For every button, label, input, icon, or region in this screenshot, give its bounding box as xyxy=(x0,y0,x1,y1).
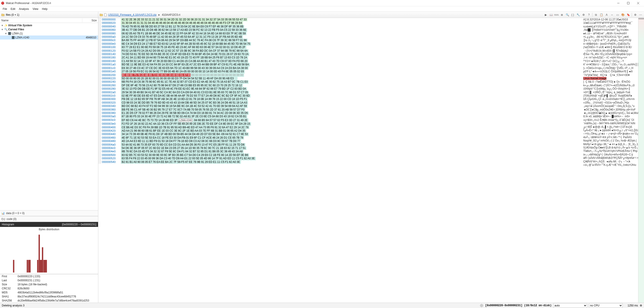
hex-row[interactable]: 000000120:F0 02 1A 5B F3 2A 28 A2 D0 09 … xyxy=(98,49,582,53)
menu-edit[interactable]: Edit xyxy=(9,7,17,11)
tool-search-icon[interactable]: 🔍 xyxy=(565,12,570,17)
crumb-zip[interactable]: USG310_Firmware_4.10(AAPJ.2)C0.zip xyxy=(108,13,156,16)
code-panel-header[interactable]: f(x) code (0) xyxy=(0,216,98,222)
hex-bytes[interactable]: BB FE 96 C1 AF 5B 40 30 B2 95 79 17 E7 7… xyxy=(121,108,246,111)
ascii-row[interactable]: ;Aw█▌║Ï%6bt!!Y‡úì#V¤é!!'ˆ§╗\Yx36n xyxy=(582,28,638,32)
hex-bytes[interactable]: 2A 1C 58 C9 C9 33 76 49 BF 11 42 00 4A 2… xyxy=(121,35,243,39)
ascii-row[interactable]: A2.6.32!!2014-12-06 11:27:35♠USG3 xyxy=(582,18,638,21)
hex-bytes[interactable]: 31 30 04 45 31 31 31 04 46 46 46 46 04 4… xyxy=(121,21,243,25)
hex-row[interactable]: 000000180:C1 A9 59 32 14 21 1D 8F 47 39 … xyxy=(98,60,582,63)
hex-row[interactable]: 0000001a0:BD 5E 11 9E BE E3 42 64 FA 55 … xyxy=(98,63,582,66)
carve-chip[interactable]: LZMA.#240 xyxy=(178,118,193,122)
ascii-row[interactable]: n~4ð$kÞ]cb←þooD+PeER┐i║àE0}úTu xyxy=(582,42,638,46)
ascii-row[interactable]: Móñý┴●×¢·göµ~3ß¸⸣◄·¤×▲özβ¸A… ¦E_3{┐1YÅ {… xyxy=(582,143,638,146)
ascii-row[interactable]: ×L╔╔3v┐ ↓B0 K(?ESJO‡1L''![(×ˆ¿♦kK xyxy=(582,35,638,39)
hex-selection[interactable]: 4C 69 6E 75 78 20 4B 65 72 6E 65 6C 20 4… xyxy=(122,73,191,77)
file-tree[interactable]: ▾ ✨ Virtual File System ▾ 🔍 Carved Files… xyxy=(0,23,98,210)
status-gear-icon[interactable]: ⚙ xyxy=(640,304,642,307)
chevron-down-icon[interactable]: ▾ xyxy=(1,28,4,31)
hex-bytes[interactable]: 02 8E FF 80 DE E6 8D 47 E5 DA 8C 0B 44 9… xyxy=(121,94,250,98)
hex-row[interactable]: 000000540:B2 81 B1 A0 90 06 05 E7 76 EA … xyxy=(98,160,582,164)
ascii-row[interactable]: )T09¡IAN@´×xjÉ┢R▌ @ú¡Ö¯Àoá|fDWÂ♦ xyxy=(582,94,638,98)
ascii-row[interactable]: ] Ç 8& 0 ○?æÊähDTTÒ[◄ Ü» ¸ˡÉ%ÖG xyxy=(582,80,638,84)
tool-book-icon[interactable]: 📖 xyxy=(549,12,554,17)
ascii-row[interactable]: →[½×(*ðoB┼b¸W∞ìE8·╡▌ ¶7¤å&|éjJ xyxy=(582,49,638,53)
hex-row[interactable]: 000000160:2C A1 3A 11 BD 69 19 A4 60 73 … xyxy=(98,56,582,59)
hex-bytes[interactable]: AD AA 21 96 66 60 0B 61 BF EE 1E 03 CC 3… xyxy=(121,129,246,133)
hex-row[interactable]: 0000003e0:F2 FD 1F 26 16 92 22 AC 4A 1D … xyxy=(98,122,582,126)
hex-bytes[interactable]: C1 A9 59 32 14 21 1D 8F 47 39 20 B3 B0 C… xyxy=(121,60,248,63)
ascii-row[interactable]: «ç×$3#┐#∞2 Ê◔$N #róár^0¿.0ˆãÉÇb╡¨Üï xyxy=(582,118,638,122)
hex-bytes[interactable]: FB DE 12 19 B2 65 5F FB 76 6F AB 34 2E 4… xyxy=(121,98,248,101)
hex-row[interactable]: 000000000:41 32 2E 36 2E 33 32 21 21 32 … xyxy=(98,18,582,21)
ascii-row[interactable]: ˡ⁰Y2×!◄ÅG9 |⸣-Jô×*═Cˡ GC}╔¸↓·ˡf xyxy=(582,60,638,63)
tree-vfs[interactable]: ▾ ✨ Virtual File System xyxy=(0,23,98,27)
hex-bytes[interactable]: 29 54 30 39 49 B0 34 A1 B7 40 5C CA 9C 6… xyxy=(121,91,249,94)
hex-bytes[interactable]: 27 05 19 56 F9 EC 01 06 54 82 77 B9 00 4… xyxy=(121,70,245,73)
hex-row[interactable]: 000000080:06 82 05 A0 7B F1 1B 86 46 DE … xyxy=(98,32,582,35)
hex-bytes[interactable]: F0 02 1A 5B F3 2A 28 A2 D0 09 42 12 62 2… xyxy=(121,49,248,53)
chevron-down-icon[interactable]: ▾ xyxy=(4,32,7,35)
ascii-row[interactable]: TÌá6o•┐↓7˪╖ño*Í5cùh½ÿh>Vf%¤EÂ!b»ˡ┤₮hp xyxy=(582,150,638,153)
hex-bytes[interactable]: 87 1B 80 F5 33 24 30 4E FF 23 72 A2 8B 7… xyxy=(121,115,247,118)
ascii-row[interactable]: ┌wγ×★/¡ÁxvmÕCá±opáÉ''¨~0¤ì¿$¸ÍLQ╕⸣u xyxy=(582,105,638,108)
col-name[interactable]: Name xyxy=(0,18,82,22)
tool-bookmark-icon[interactable]: 🔖 xyxy=(626,12,631,17)
tool-select-icon[interactable]: ▭ xyxy=(615,12,620,17)
data-panel-header[interactable]: 📊 data (0 + 0 + 0) xyxy=(0,210,98,216)
ascii-row[interactable]: ◄┐ûí»[@0O◉DQ▲◄|óðÁz×yUÇ┐·Îxü ♠LWuÞ xyxy=(582,111,638,115)
ascii-row[interactable]: NoqA¥_SÜ╔┘m%Ó0┌┤1¨Óo┐¾n$~ÆDýé.{ xyxy=(582,139,638,143)
ascii-row[interactable]: áR~¦sÁ4V-ìÀlhã|Ð4ñ杀D?₮ÇÑÂ*╔×9ÿnK♦ˡ÷ˡ-×ˡ~… xyxy=(582,156,638,160)
hex-bytes[interactable]: BD 5E 11 9E BE E3 42 64 FA 55 1A 33 CC 8… xyxy=(121,63,250,66)
hex-row[interactable]: 0000000a0:2A 1C 58 C9 C9 33 76 49 BF 11 … xyxy=(98,35,582,39)
ascii-row[interactable]: ¦˪·×ÒéG«3+ojs┐r♫%ÕN§[↑'║VÊL~P',♫¸H xyxy=(582,66,638,70)
hex-row[interactable]: 000000520:63 55 F4 F8 22 03 45 00 99 38 … xyxy=(98,157,582,160)
hex-row[interactable]: 000000440:34 14 73 39 49 0B 4E F8 81 D0 … xyxy=(98,133,582,136)
ascii-row[interactable]: ¨mãñN╕}s}→9ëY?ê%·öäfÁÙWWE§Oé⸣AIN xyxy=(582,122,638,125)
hex-view[interactable]: 000000000:41 32 2E 36 2E 33 32 21 21 32 … xyxy=(98,18,582,303)
ascii-row[interactable]: v¡xàæk[¡à'Y‡Í‡x3T┐n║P└ ¸ˆF8Ìo56ï xyxy=(582,25,638,28)
minimap-viewport[interactable] xyxy=(638,18,644,19)
maximize-button[interactable] xyxy=(623,0,633,6)
hex-bytes[interactable]: EF 6D C6 A4 4E BC 75 73 7D 1A 39 88 ED 3… xyxy=(121,118,248,122)
tool-palette-icon[interactable]: 🎨 xyxy=(620,12,625,17)
close-button[interactable] xyxy=(633,0,643,6)
tool-binary-icon[interactable]: 0101 xyxy=(554,12,559,17)
hex-bytes[interactable]: 41 32 2E 36 2E 33 32 21 21 32 30 31 34 2… xyxy=(121,18,248,21)
hex-bytes[interactable]: 83 62 B5 7C 63 53 52 30 69 9E 93 6C 9F B… xyxy=(121,154,249,157)
ascii-view[interactable]: A2.6.32!!2014-12-06 11:27:35♠USG310♦E111… xyxy=(582,18,638,303)
hex-row[interactable]: 0000003a0:87 1B 80 F5 33 24 30 4E FF 23 … xyxy=(98,115,582,118)
hex-row[interactable]: 000000360:BB FE 96 C1 AF 5B 40 30 B2 95 … xyxy=(98,108,582,111)
hex-row[interactable]: 000000340:BD DC 68 B2 43 F4 67 F2 6D 94 … xyxy=(98,105,582,108)
ascii-row[interactable]: 4s╝┐↑ã9I¥²mỲ÷K¢ pỲ×□MI~''^┤ PaÂÄS xyxy=(582,136,638,139)
chevron-down-icon[interactable]: ▾ xyxy=(1,24,4,27)
hex-bytes[interactable]: 83 77 28 E2 E1 90 6E F0 59 08 75 19 45 F… xyxy=(121,46,246,49)
ascii-row[interactable]: 0Â ÇÍµìGN┐ÇÌ -ä┌V∞bVöwb×ˡˡíÉ║┌o%×m xyxy=(582,98,638,101)
ascii-row[interactable]: Î╔Á«É<°·9┥┐►{q0òðÁ◄N×G╔¸r ┬5⸣×¤2¡║EúÖ( xyxy=(582,129,638,132)
hex-row[interactable]: 0000004e0:8B 78 6C DA 03 4D F5 34 32 32 … xyxy=(98,150,582,153)
menu-help[interactable]: Help xyxy=(40,7,50,11)
ascii-row[interactable]: ╔˪*ÆÊ◄@@↓6┐▌+.{§┐I*eÞ÷┤ÜÏˆé«()ß xyxy=(582,125,638,129)
ascii-row[interactable]: k«╔┐ã8uÉlàæL~¦°2Â7×═e2ÕJN0bu╝ã┐¡0 xyxy=(582,84,638,87)
hex-bytes[interactable]: 4C 69 6E 75 78 20 4B 65 72 6E 65 6C 20 4… xyxy=(121,73,244,77)
hex-bytes[interactable]: 3E 02 13 FD D6 DB EE F1 9F 52 E5 A9 4C F… xyxy=(121,87,247,91)
hex-bytes[interactable]: 76 AD 78 85 91 6B 5B DD 83 27 59 12 B1 1… xyxy=(121,25,244,28)
hex-bytes[interactable]: 53 4A 92 41 86 73 35 EF 83 70 9D CC E4 C… xyxy=(121,143,246,147)
hex-row[interactable]: 000000040:76 AD 78 85 91 6B 5B DD 83 27 … xyxy=(98,25,582,28)
hex-bytes[interactable]: 63 55 F4 F8 22 03 45 00 99 38 DA C3 40 7… xyxy=(121,157,256,160)
ascii-row[interactable]: t┦Sa¬⸣6┐¥5< fO¿ÙÒvhÀEE$npÐ&×)cp× xyxy=(582,53,638,56)
ascii-row[interactable]: ‡ÍANpV:''C║vöMg┐'à╔┐ÖÓ~0\#p)%×║ xyxy=(582,87,638,91)
ascii-row[interactable]: ¸í·¤:↑ín''sd«ßZ§C←rC «kj%°À!c╦+x× xyxy=(582,56,638,59)
hex-row[interactable]: 000000460:4E 6F 71 1E 92 53 5E 53 EA CC … xyxy=(98,136,582,140)
tool-help-icon[interactable]: ? xyxy=(586,12,591,17)
hex-bytes[interactable]: BD DC 68 B2 43 F4 67 F2 6D 94 99 30 19 5… xyxy=(121,105,248,108)
hex-bytes[interactable]: 4E 6F 71 1E 92 53 5E 53 EA CC 18 FE E3 3… xyxy=(121,136,244,140)
tool-wrench-icon[interactable]: 🔧 xyxy=(576,12,580,17)
hex-bytes[interactable]: F2 FD 1F 26 16 92 22 AC 4A 1D 36 C5 CF F… xyxy=(121,122,251,126)
hex-row[interactable]: 0000004c0:54 D6 3E 36 0F 05 97 2C 60 D2 … xyxy=(98,147,582,150)
hex-row[interactable]: 000000320:CD 98 03 24 3E DD B5 78 76 6D … xyxy=(98,101,582,105)
hex-bytes[interactable]: 54 D6 3E 36 0F 05 97 2C 60 D2 1E B4 23 D… xyxy=(121,147,246,150)
tree-lzma-group[interactable]: ▾ 🗄️ LZMA (1) xyxy=(0,31,98,35)
hex-row[interactable]: 000000060:3B 41 77 DB D6 B1 20 D8 4B 36 … xyxy=(98,28,582,32)
hex-bytes[interactable]: 8B 78 6C DA 03 4D F5 34 32 32 67 F8 5E 8… xyxy=(121,150,244,153)
